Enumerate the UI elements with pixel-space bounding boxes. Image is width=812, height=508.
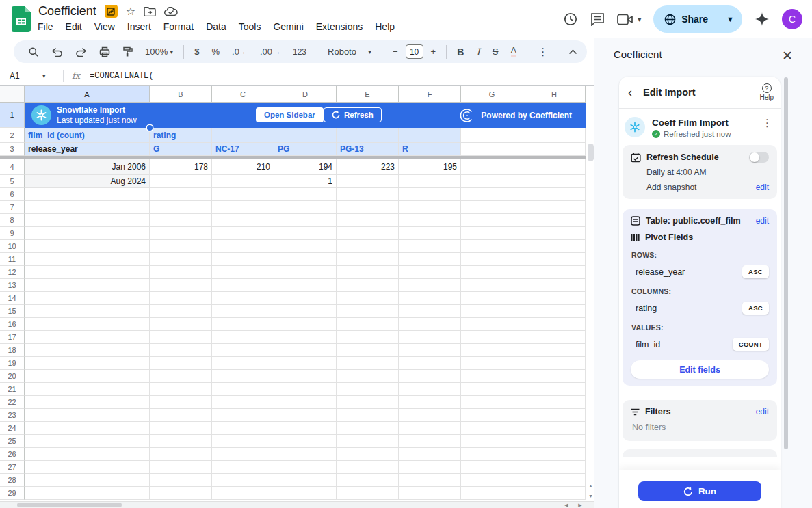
column-header-D[interactable]: D [274, 86, 337, 103]
redo-button[interactable] [70, 43, 92, 61]
grid-cell[interactable] [337, 461, 399, 474]
grid-cell[interactable] [399, 396, 461, 409]
grid-cell[interactable] [337, 305, 399, 318]
grid-cell[interactable] [274, 292, 337, 305]
grid-cell[interactable] [274, 227, 337, 240]
grid-cell[interactable] [25, 318, 150, 331]
grid-cell[interactable] [212, 422, 274, 435]
grid-cell[interactable] [337, 214, 399, 227]
row-header-26[interactable]: 26 [0, 448, 25, 461]
grid-cell[interactable] [461, 448, 523, 461]
grid-cell[interactable] [399, 357, 461, 370]
grid-cell[interactable] [399, 188, 461, 201]
grid-cell[interactable] [150, 240, 212, 253]
row-header-10[interactable]: 10 [0, 240, 25, 253]
grid-cell[interactable] [523, 240, 586, 253]
grid-cell[interactable]: Aug 2024 [25, 175, 150, 188]
grid-cell[interactable] [461, 214, 523, 227]
grid-cell[interactable] [212, 266, 274, 279]
grid-cell[interactable] [523, 474, 586, 487]
grid-cell[interactable] [25, 292, 150, 305]
grid-cell[interactable] [25, 266, 150, 279]
grid-cell[interactable] [337, 331, 399, 344]
meet-button[interactable]: ▾ [617, 14, 641, 25]
grid-cell[interactable] [337, 240, 399, 253]
grid-cell[interactable] [523, 227, 586, 240]
grid-cell[interactable] [337, 422, 399, 435]
grid-cell[interactable] [523, 461, 586, 474]
row-header-5[interactable]: 5 [0, 175, 25, 188]
undo-button[interactable] [47, 43, 68, 61]
vertical-scrollbar[interactable]: ▲ ▼ [586, 86, 594, 501]
share-button[interactable]: Share ▼ [653, 5, 742, 33]
grid-cell[interactable] [461, 474, 523, 487]
grid-cell[interactable] [523, 279, 586, 292]
grid-cell[interactable] [212, 357, 274, 370]
grid-cell[interactable] [337, 409, 399, 422]
grid-cell[interactable] [399, 227, 461, 240]
menu-edit[interactable]: Edit [60, 19, 88, 34]
grid-cell[interactable] [274, 318, 337, 331]
grid-cell[interactable] [523, 435, 586, 448]
grid-cell[interactable] [461, 435, 523, 448]
grid-cell[interactable] [212, 227, 274, 240]
document-title[interactable]: Coefficient [38, 4, 96, 18]
grid-cell[interactable] [523, 143, 586, 156]
grid-cell[interactable] [461, 357, 523, 370]
column-header-A[interactable]: A [25, 86, 150, 103]
grid-cell[interactable] [461, 409, 523, 422]
grid-cell[interactable] [461, 461, 523, 474]
grid-cell[interactable] [461, 253, 523, 266]
grid-cell[interactable] [212, 461, 274, 474]
row-header-13[interactable]: 13 [0, 279, 25, 292]
comments-icon[interactable] [590, 12, 605, 26]
grid-cell[interactable] [25, 201, 150, 214]
edit-fields-button[interactable]: Edit fields [631, 360, 769, 379]
grid-cell[interactable] [274, 357, 337, 370]
more-formats-button[interactable]: 123 [288, 43, 311, 61]
grid-cell[interactable] [399, 461, 461, 474]
help-button[interactable]: ? Help [759, 83, 774, 101]
grid-cell[interactable] [399, 266, 461, 279]
grid-cell[interactable] [274, 422, 337, 435]
row-header-25[interactable]: 25 [0, 435, 25, 448]
italic-button[interactable]: I [471, 43, 485, 61]
grid-cell[interactable]: 194 [274, 159, 337, 175]
row-header-14[interactable]: 14 [0, 292, 25, 305]
grid-cell[interactable] [461, 159, 523, 175]
grid-cell[interactable]: PG-13 [337, 143, 399, 156]
grid-cell[interactable] [523, 448, 586, 461]
grid-cell[interactable] [399, 370, 461, 383]
grid-cell[interactable] [399, 422, 461, 435]
row-header-4[interactable]: 4 [0, 159, 25, 175]
grid-cell[interactable] [212, 331, 274, 344]
grid-cell[interactable] [212, 253, 274, 266]
grid-cell[interactable] [337, 396, 399, 409]
grid-cell[interactable] [25, 188, 150, 201]
zoom-select[interactable]: 100% ▾ [140, 43, 178, 61]
move-folder-icon[interactable] [144, 7, 156, 16]
grid-cell[interactable] [150, 435, 212, 448]
grid-cell[interactable] [150, 318, 212, 331]
grid-cell[interactable] [212, 188, 274, 201]
bold-button[interactable]: B [452, 43, 469, 61]
grid-cell[interactable] [274, 435, 337, 448]
grid-cell[interactable] [399, 214, 461, 227]
filters-edit-link[interactable]: edit [756, 407, 769, 416]
grid-cell[interactable] [25, 357, 150, 370]
row-header-15[interactable]: 15 [0, 305, 25, 318]
row-header-23[interactable]: 23 [0, 409, 25, 422]
grid-cell[interactable] [25, 461, 150, 474]
grid-cell[interactable] [461, 487, 523, 500]
grid-cell[interactable] [212, 487, 274, 500]
grid-cell[interactable] [25, 227, 150, 240]
column-header-C[interactable]: C [212, 86, 274, 103]
grid-cell[interactable] [337, 266, 399, 279]
grid-cell[interactable]: R [399, 143, 461, 156]
increase-font-size-button[interactable]: + [426, 43, 441, 61]
collapse-toolbar-icon[interactable] [568, 49, 577, 55]
grid-cell[interactable] [274, 214, 337, 227]
close-icon[interactable]: ✕ [779, 45, 796, 66]
grid-cell[interactable] [25, 448, 150, 461]
decrease-decimals-button[interactable]: .0← [227, 43, 252, 61]
